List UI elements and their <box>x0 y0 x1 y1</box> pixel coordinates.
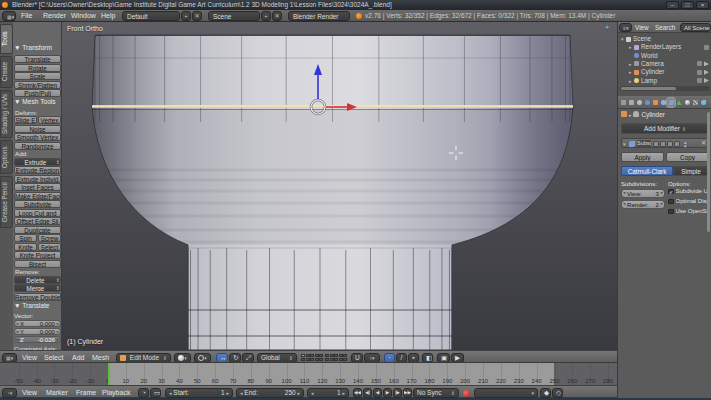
tab-render-layers[interactable] <box>627 98 635 107</box>
manipulator-rotate-button[interactable]: ↻ <box>229 353 241 363</box>
tab-modifiers[interactable] <box>667 98 675 107</box>
shelf-tab-create[interactable]: Create <box>0 56 13 88</box>
modifier-cage-toggle-icon[interactable] <box>674 141 680 147</box>
view-subdivisions-stepper[interactable]: ◂View:3▸ <box>621 189 665 198</box>
maximize-button[interactable]: □ <box>681 1 694 9</box>
extrude-region-button[interactable]: Extrude Region <box>14 166 61 174</box>
smooth-vertex-button[interactable]: Smooth Vertex <box>14 133 61 141</box>
outliner-row-scene[interactable]: ▾Scene <box>618 35 711 43</box>
extrude-individ-button[interactable]: Extrude Individ <box>14 175 61 183</box>
modifier-move-down-icon[interactable]: ▾ <box>684 143 687 149</box>
snap-magnet-button[interactable]: U <box>351 353 363 363</box>
timeline-ruler[interactable]: -50-40-30-20-100102030405060708090100110… <box>0 362 617 385</box>
modifier-panel-header[interactable]: ▾ Subsurf ▴ ▾ ✕ <box>621 138 709 148</box>
modifier-delete-icon[interactable]: ✕ <box>701 139 706 146</box>
snap-element-select[interactable]: ▿▾ <box>364 353 380 363</box>
layers-grid-1[interactable] <box>301 354 323 361</box>
vector-z-field[interactable]: ◂Z-0.026▸ <box>14 336 61 343</box>
modifier-editmode-toggle-icon[interactable] <box>667 141 673 147</box>
add-scene-button[interactable]: + <box>261 11 271 21</box>
duplicate-button[interactable]: Duplicate <box>14 226 61 234</box>
next-keyframe-button[interactable]: |▶ <box>393 388 402 398</box>
modifier-name-field[interactable]: Subsurf <box>637 140 651 147</box>
extrude-button[interactable]: Extrude⇕ <box>14 158 61 166</box>
opengl-render-image-button[interactable]: ▣ <box>437 353 450 363</box>
shelf-tab-options[interactable]: Options <box>0 140 13 174</box>
apply-button[interactable]: Apply <box>621 152 664 162</box>
outliner-row-cylinder[interactable]: ▸Cylinder <box>618 68 711 76</box>
outliner-view-menu[interactable]: View <box>635 22 649 33</box>
modifier-render-toggle-icon[interactable] <box>653 141 659 147</box>
play-reverse-button[interactable]: ◀ <box>373 388 382 398</box>
title-bar[interactable]: Blender* [C:\Users\Owner\Desktop\Game In… <box>0 0 711 10</box>
restrict-camera-icon[interactable] <box>697 78 702 83</box>
current-frame-marker[interactable] <box>108 363 110 385</box>
edge-select-mode-button[interactable]: / <box>396 353 407 363</box>
menu-render[interactable]: Render <box>40 10 69 22</box>
merge-button[interactable]: Merge⇕ <box>14 284 61 292</box>
pivot-point-select[interactable]: ▾ <box>194 353 211 363</box>
restrict-camera-icon[interactable] <box>697 70 702 75</box>
close-button[interactable]: × <box>696 1 709 9</box>
vector-x-field[interactable]: ◂X0.000▸ <box>14 320 61 327</box>
simple-button[interactable]: Simple <box>673 166 709 176</box>
render-subdivisions-stepper[interactable]: ◂Render:2▸ <box>621 200 665 209</box>
mode-select[interactable]: Edit Mode ⇕ <box>116 353 171 363</box>
jump-to-end-button[interactable]: ▶▶ <box>403 388 412 398</box>
bisect-button[interactable]: Bisect <box>14 260 61 268</box>
spin-button[interactable]: Spin <box>14 234 37 242</box>
redo-panel-header[interactable]: ▼ Translate <box>14 302 62 309</box>
viewport-3d[interactable]: Front Ortho (1) Cylinder + <box>62 22 617 350</box>
prev-keyframe-button[interactable]: ◀| <box>363 388 372 398</box>
manipulator-translate-button[interactable]: ↔ <box>216 353 228 363</box>
panel-header-transform[interactable]: ▼ Transform <box>14 44 62 51</box>
occlude-geometry-button[interactable]: ◧ <box>422 353 433 363</box>
insert-keyframe-icon[interactable]: ◆ <box>540 388 551 398</box>
copy-button[interactable]: Copy <box>666 152 709 162</box>
panel-header-mesh-tools[interactable]: ▼ Mesh Tools <box>14 98 62 105</box>
select-button[interactable]: Select <box>38 243 61 251</box>
editor-type-timeline-icon[interactable]: ◔▾ <box>2 388 17 398</box>
minimize-button[interactable]: – <box>666 1 679 9</box>
shrink-flatten-button[interactable]: Shrink/Flatten <box>14 81 61 89</box>
render-engine-select[interactable]: Blender Render <box>288 11 350 21</box>
knife-button[interactable]: Knife <box>14 243 37 251</box>
outliner-filter-select[interactable]: All Scenes <box>680 23 711 32</box>
noise-button[interactable]: Noise <box>14 125 61 133</box>
record-button[interactable] <box>463 390 470 397</box>
tab-world[interactable] <box>643 98 651 107</box>
catmull-clark-button[interactable]: Catmull-Clark <box>621 166 673 176</box>
menu-window[interactable]: Window <box>68 10 99 22</box>
lock-frame-toggle[interactable]: ▭ <box>150 388 161 398</box>
outliner-horizontal-scrollbar[interactable] <box>620 86 710 91</box>
checkbox-icon[interactable] <box>668 209 674 215</box>
vector-y-field[interactable]: ◂Y0.000▸ <box>14 328 61 335</box>
outliner-search-menu[interactable]: Search <box>655 22 675 33</box>
modifier-expand-icon[interactable]: ▾ <box>623 141 626 147</box>
offset-edge-sli-button[interactable]: Offset Edge Sli <box>14 217 61 225</box>
viewport-canvas[interactable] <box>62 22 617 350</box>
make-edge-face-button[interactable]: Make Edge/Face <box>14 192 61 200</box>
current-frame-field[interactable]: ◂1 ▸ <box>307 388 349 398</box>
inset-faces-button[interactable]: Inset Faces <box>14 183 61 191</box>
tab-object-data[interactable] <box>675 98 683 107</box>
face-select-mode-button[interactable]: ▪ <box>408 353 419 363</box>
play-button[interactable]: ▶ <box>383 388 392 398</box>
rotate-button[interactable]: Rotate <box>14 64 61 72</box>
use-opensubdiv-checkbox[interactable]: Use OpenSubdiv <box>668 208 711 214</box>
modifier-eye-toggle-icon[interactable] <box>660 141 666 147</box>
editor-type-icon[interactable]: ▦▾ <box>2 11 16 21</box>
add-modifier-button[interactable]: Add Modifier ⇕ <box>621 123 709 134</box>
editor-type-outliner-icon[interactable]: ≡▾ <box>619 23 632 32</box>
tab-render[interactable] <box>619 98 627 107</box>
restrict-pointer-icon[interactable] <box>704 70 709 75</box>
subdivide-button[interactable]: Subdivide <box>14 200 61 208</box>
screw-button[interactable]: Screw <box>38 234 61 242</box>
scene-select[interactable]: Scene <box>208 11 260 21</box>
restrict-pointer-icon[interactable] <box>704 78 709 83</box>
editor-type-3dview-icon[interactable]: ▦▾ <box>2 353 17 363</box>
delete-button[interactable]: Delete⇕ <box>14 276 61 284</box>
tab-object[interactable] <box>651 98 659 107</box>
tab-material[interactable] <box>683 98 691 107</box>
tab-scene[interactable] <box>635 98 643 107</box>
